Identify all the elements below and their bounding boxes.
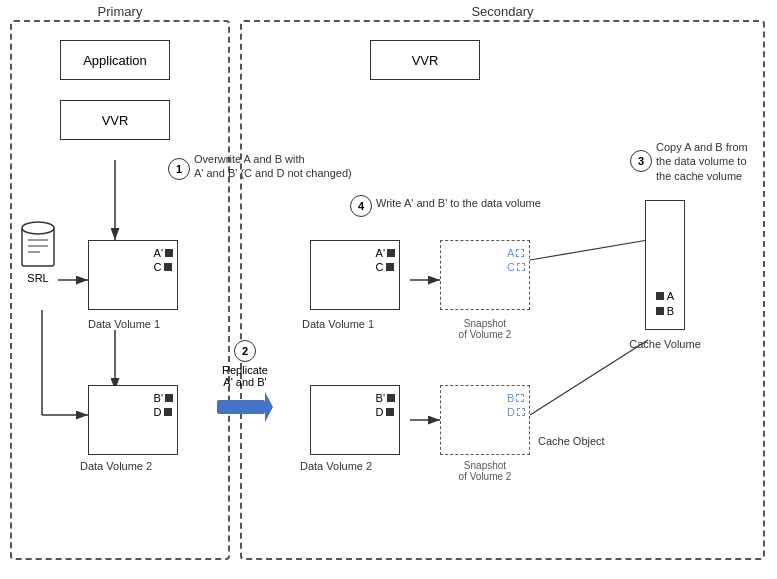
vol1-secondary-items: A' C	[376, 247, 395, 273]
vol2-item-b: B'	[154, 392, 173, 404]
square-d	[164, 408, 172, 416]
square-a-prime-s	[387, 249, 395, 257]
srl-label: SRL	[27, 272, 48, 284]
srl-container: SRL	[18, 220, 58, 284]
data-vol2-secondary: B' D	[310, 385, 400, 455]
snap1-item-c: C	[507, 261, 525, 273]
data-vol2-secondary-label: Data Volume 2	[300, 460, 372, 472]
snap1-item-a: A	[507, 247, 525, 259]
svg-rect-18	[217, 400, 265, 414]
snapshot-vol1-label: Snapshotof Volume 2	[435, 318, 535, 340]
square-c	[164, 263, 172, 271]
cache-item-b: B	[656, 305, 674, 317]
replicate-arrow-svg	[215, 392, 275, 422]
snap2-items: B D	[507, 392, 525, 418]
vvr-primary-label: VVR	[102, 113, 129, 128]
vol1s-item-a: A'	[376, 247, 395, 259]
step2-circle: 2	[234, 340, 256, 362]
square-b-prime-s	[387, 394, 395, 402]
vol2s-item-b: B'	[376, 392, 395, 404]
square-a-prime	[165, 249, 173, 257]
data-vol1-secondary-label: Data Volume 1	[302, 318, 374, 330]
vvr-secondary-box: VVR	[370, 40, 480, 80]
vol1-primary-items: A' C	[154, 247, 173, 273]
snap-square-d	[517, 408, 525, 416]
snap-square-b	[516, 394, 524, 402]
data-vol2-primary-label: Data Volume 2	[80, 460, 152, 472]
data-vol1-secondary: A' C	[310, 240, 400, 310]
application-box: Application	[60, 40, 170, 80]
cache-item-a: A	[656, 290, 674, 302]
step2-container: 2 Replicate A' and B'	[215, 340, 275, 422]
application-label: Application	[83, 53, 147, 68]
step1-circle: 1	[168, 158, 190, 180]
cache-object-label: Cache Object	[538, 435, 605, 447]
vol2s-item-d: D	[376, 406, 395, 418]
step2-label: Replicate A' and B'	[222, 364, 268, 388]
snapshot-vol2-label: Snapshotof Volume 2	[435, 460, 535, 482]
square-d-s	[386, 408, 394, 416]
snapshot-vol1: A C	[440, 240, 530, 310]
data-vol1-primary: A' C	[88, 240, 178, 310]
data-vol2-primary: B' D	[88, 385, 178, 455]
srl-icon	[18, 220, 58, 270]
step1-label: Overwrite A and B with A' and B' (C and …	[194, 152, 354, 181]
snap2-item-b: B	[507, 392, 525, 404]
vol2-item-d: D	[154, 406, 173, 418]
vol1-item-a: A'	[154, 247, 173, 259]
snap-square-c	[517, 263, 525, 271]
square-c-s	[386, 263, 394, 271]
diagram-container: Primary Secondary Application VVR VVR SR…	[0, 0, 777, 579]
cache-square-a	[656, 292, 664, 300]
svg-marker-19	[265, 392, 273, 422]
vvr-secondary-label: VVR	[412, 53, 439, 68]
cache-volume-label: Cache Volume	[620, 338, 710, 350]
data-vol1-primary-label: Data Volume 1	[88, 318, 160, 330]
vol1-item-c: C	[154, 261, 173, 273]
snap2-item-d: D	[507, 406, 525, 418]
secondary-label: Secondary	[471, 4, 533, 19]
vol2-primary-items: B' D	[154, 392, 173, 418]
vol1s-item-c: C	[376, 261, 395, 273]
step3-circle: 3	[630, 150, 652, 172]
cache-square-b	[656, 307, 664, 315]
snap1-items: A C	[507, 247, 525, 273]
snap-square-a	[516, 249, 524, 257]
step4-label: Write A' and B' to the data volume	[376, 196, 541, 210]
svg-point-13	[22, 222, 54, 234]
square-b-prime	[165, 394, 173, 402]
cache-volume: A B	[645, 200, 685, 330]
step3-label: Copy A and B fromthe data volume tothe c…	[656, 140, 771, 183]
cache-items-list: A B	[656, 290, 674, 317]
primary-label: Primary	[98, 4, 143, 19]
vol2-secondary-items: B' D	[376, 392, 395, 418]
vvr-primary-box: VVR	[60, 100, 170, 140]
snapshot-vol2: B D	[440, 385, 530, 455]
step4-circle: 4	[350, 195, 372, 217]
